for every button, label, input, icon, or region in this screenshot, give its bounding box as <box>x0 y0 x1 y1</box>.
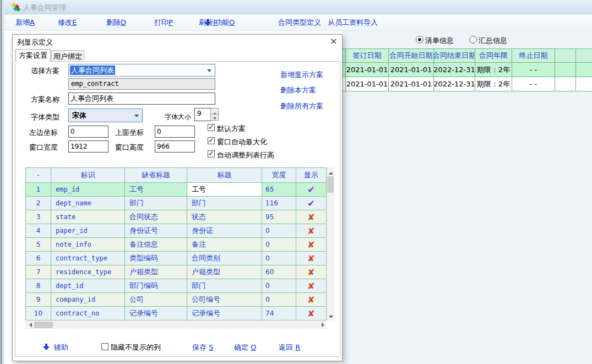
table-row[interactable]: 3 state 合同状态 状态 95 ✘ <box>26 210 327 224</box>
col-terminate-date[interactable]: 终止日期 <box>512 48 555 63</box>
visible-cross-icon[interactable]: ✘ <box>296 265 327 279</box>
col-field[interactable]: 标识 <box>51 168 125 183</box>
default-plan-checkbox[interactable] <box>208 124 215 131</box>
visible-cross-icon[interactable]: ✘ <box>296 279 327 293</box>
window-height-input[interactable]: 966 <box>155 140 195 153</box>
visible-cross-icon[interactable]: ✘ <box>296 252 327 265</box>
col-sign-date[interactable]: 签订日期 <box>346 48 389 63</box>
table-row[interactable]: 8 dept_id 部门编码 部门 0 ✘ <box>26 279 327 293</box>
col-width[interactable]: 宽度 <box>262 168 296 183</box>
plan-name-input[interactable]: 人事合同列表 <box>68 93 215 105</box>
font-type-combobox[interactable]: 宋体 <box>68 108 143 122</box>
list-info-radio[interactable] <box>416 36 423 44</box>
titlebar: 人事合同管理 <box>4 0 592 14</box>
column-display-dialog: 列显示定义 × 方案设置 用户绑定 选择方案 人事合同列表 emp_contra… <box>12 34 343 361</box>
back-button[interactable]: 返回 R <box>279 343 300 352</box>
title-edit-cell[interactable]: 工号 <box>187 183 262 197</box>
save-button[interactable]: 保存 S <box>192 343 213 352</box>
auto-maximize-label: 窗口自动最大化 <box>217 137 267 147</box>
font-type-value: 宋体 <box>72 111 86 121</box>
window-width-label: 窗口宽度 <box>29 143 58 153</box>
scroll-right-button[interactable] <box>319 321 327 329</box>
dialog-title: 列显示定义 <box>17 37 53 47</box>
table-row[interactable]: 2 dept_name 部门 部门 116 ✔ <box>26 197 327 210</box>
list-info-radio-label[interactable]: 清单信息 <box>425 36 454 46</box>
col-visible[interactable]: 显示 <box>296 168 327 183</box>
col-start-date[interactable]: 合同开始日期 <box>389 48 434 63</box>
vertical-scroll-thumb[interactable] <box>327 176 334 193</box>
visible-cross-icon[interactable]: ✘ <box>296 238 327 252</box>
font-size-label: 字体大小 <box>165 112 191 122</box>
window-width-input[interactable]: 1912 <box>68 140 108 153</box>
scroll-up-button[interactable] <box>327 167 334 175</box>
select-plan-value: 人事合同列表 <box>70 66 115 75</box>
left-coord-input[interactable]: 0 <box>68 126 108 138</box>
auto-row-height-label: 自动调整列表行高 <box>217 150 274 160</box>
visible-cross-icon[interactable]: ✘ <box>296 293 327 307</box>
window-title: 人事合同管理 <box>23 3 66 13</box>
hide-hidden-columns-checkbox[interactable] <box>101 343 108 350</box>
table-row[interactable]: 1 emp_id 工号 工号 65 ✔ <box>26 183 327 197</box>
toolbar: 新增A 修改E 删除D 打印P 刷新F 功能O 合同类型定义 从员工资料导入 <box>4 14 592 31</box>
aux-button[interactable]: 辅助 <box>54 343 68 352</box>
col-contract-years[interactable]: 合同年限 <box>475 48 512 63</box>
select-plan-combobox[interactable]: 人事合同列表 <box>68 64 215 77</box>
vertical-scrollbar[interactable] <box>327 167 334 320</box>
left-coord-label: 左边坐标 <box>29 128 58 138</box>
close-icon[interactable]: × <box>328 36 340 47</box>
horizontal-scrollbar[interactable] <box>25 321 327 329</box>
toolbar-contract-type-button[interactable]: 合同类型定义 <box>278 18 321 28</box>
delete-all-plans-link[interactable]: 删除所有方案 <box>280 101 323 111</box>
visible-check-icon[interactable]: ✔ <box>296 197 327 210</box>
scroll-left-button[interactable] <box>25 321 33 329</box>
table-row[interactable]: 2021-01-01 2021-01-01 2022-12-31 期限：2年 -… <box>343 63 592 77</box>
table-row[interactable]: 2021-01-01 2021-01-01 2022-12-31 期限：2年 -… <box>343 77 592 91</box>
window-height-label: 窗口高度 <box>115 143 144 153</box>
visible-cross-icon[interactable]: ✘ <box>296 210 327 224</box>
font-type-label: 字体类型 <box>31 112 59 122</box>
delete-this-plan-link[interactable]: 删除本方案 <box>280 85 316 95</box>
tab-plan-settings[interactable]: 方案设置 <box>15 49 51 62</box>
table-id-field: emp_contract <box>68 78 215 90</box>
toolbar-import-button[interactable]: 从员工资料导入 <box>328 18 378 28</box>
app-icon <box>12 3 20 12</box>
col-end-date[interactable]: 合同结束日期 <box>434 48 475 63</box>
summary-info-radio[interactable] <box>469 36 477 44</box>
toolbar-print-button[interactable]: 打印P <box>154 18 173 28</box>
down-arrow-icon <box>43 344 50 351</box>
table-row[interactable]: 4 paper_id 身份证号 身份证 0 ✘ <box>26 224 327 238</box>
toolbar-add-button[interactable]: 新增A <box>15 18 35 28</box>
summary-info-radio-label[interactable]: 汇总信息 <box>479 36 507 46</box>
table-row[interactable]: 5 note_info 备注信息 备注 0 ✘ <box>26 238 327 252</box>
tab-user-binding[interactable]: 用户绑定 <box>51 50 84 62</box>
plan-name-label: 方案名称 <box>31 95 59 105</box>
col-default-title[interactable]: 缺省标题 <box>125 168 187 183</box>
contracts-table-header: 签订日期 合同开始日期 合同结束日期 合同年限 终止日期 <box>343 48 592 63</box>
ok-button[interactable]: 确定 O <box>234 343 256 352</box>
col-title[interactable]: 标题 <box>187 168 262 183</box>
visible-check-icon[interactable]: ✔ <box>296 183 327 197</box>
table-row[interactable]: 7 residence_type 户籍类型 户籍类型 60 ✘ <box>26 265 327 279</box>
visible-cross-icon[interactable]: ✘ <box>296 307 327 320</box>
columns-table-header: - 标识 缺省标题 标题 宽度 显示 <box>26 168 327 183</box>
auto-row-height-checkbox[interactable] <box>208 150 215 157</box>
default-plan-label: 默认方案 <box>217 124 246 134</box>
table-row[interactable]: 6 contract_type 类型编码 合同类别 0 ✘ <box>26 252 327 265</box>
table-row[interactable]: 9 company_id 公司 公司编号 0 ✘ <box>26 293 327 307</box>
top-coord-label: 上面坐标 <box>115 128 144 138</box>
toolbar-delete-button[interactable]: 删除D <box>106 18 126 28</box>
horizontal-scroll-thumb[interactable] <box>34 322 53 328</box>
auto-maximize-checkbox[interactable] <box>208 137 215 144</box>
window-left-border <box>0 0 4 364</box>
toolbar-functions-button[interactable]: 功能O <box>215 18 235 28</box>
font-size-input[interactable]: 9 <box>194 108 211 121</box>
table-row[interactable]: 10 contract_no 记录编号 记录编号 74 ✘ <box>26 307 327 320</box>
scroll-down-button[interactable] <box>327 313 334 320</box>
add-display-plan-link[interactable]: 新增显示方案 <box>280 70 323 80</box>
toolbar-edit-button[interactable]: 修改E <box>58 18 77 28</box>
spin-down-button[interactable] <box>210 114 219 121</box>
top-coord-input[interactable]: 0 <box>155 126 195 138</box>
hide-hidden-columns-label: 隐藏不显示的列 <box>111 343 161 352</box>
visible-cross-icon[interactable]: ✘ <box>296 224 327 238</box>
down-arrow-icon <box>204 19 211 26</box>
